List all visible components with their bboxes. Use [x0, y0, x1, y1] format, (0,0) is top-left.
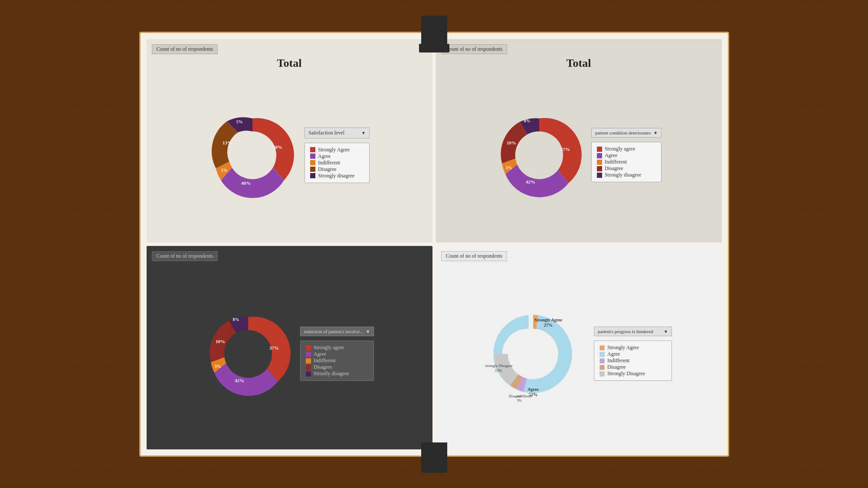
panel1-legend-container: Satisfaction level ▼ Strongly Agree Agre… — [305, 128, 370, 183]
panel4-legend-color-2 — [599, 352, 605, 357]
panel4-progress: Count of no of respondents — [436, 246, 722, 449]
panel3-legend-item-5: Stronlly disagree — [306, 370, 368, 377]
panel1-title: Total — [152, 57, 427, 70]
panel1-satisfaction: Count of no of respondents Total — [147, 39, 432, 242]
panel2-legend-item-4: Disagree — [597, 165, 656, 172]
panel3-legend-item-3: Indifferent — [306, 357, 368, 364]
panel3-legend-label-2: Agree — [314, 351, 326, 357]
panel4-legend-item-1: Strongly Agree — [599, 344, 666, 351]
legend-label-2: Agree — [318, 153, 331, 160]
panel4-body: Strongly Agree 27% Agree 52% Strongly Di… — [441, 264, 717, 444]
svg-text:8%: 8% — [524, 118, 530, 123]
panel2-legend-color-4 — [597, 166, 602, 171]
panel3-donut: 37% 42% 3% 10% 8% — [205, 311, 292, 397]
panel4-legend-item-3: Indifferent — [599, 357, 666, 364]
legend-item-1: Strongly Agree — [310, 147, 364, 153]
legend-label-3: Indifferent — [318, 160, 340, 166]
panel4-legend-color-5 — [599, 371, 605, 377]
panel2-legend-item-3: Indifferent — [597, 159, 656, 165]
svg-point-18 — [508, 329, 558, 379]
panel4-legend-label-3: Indifferent — [607, 357, 629, 364]
panel3-dropdown-arrow: ▼ — [366, 329, 370, 334]
panel4-legend-color-1 — [599, 345, 605, 350]
panel1-legend: Strongly Agree Agree Indifferent Disagre… — [305, 143, 370, 183]
panel4-legend: Strongly Agree Agree Indifferent Disagre… — [594, 341, 672, 381]
svg-point-12 — [224, 330, 272, 378]
svg-text:42%: 42% — [235, 378, 244, 383]
panel4-dropdown-label: patient's progress is hindered — [598, 329, 653, 334]
panel3-legend-color-5 — [306, 371, 311, 377]
panel2-legend-label-1: Strongly agree — [605, 146, 635, 152]
panel2-legend-item-5: Strongly disagree — [597, 172, 656, 178]
panel3-body: 37% 42% 3% 10% 8% reduction of patient's… — [152, 264, 427, 444]
panel1-donut-svg: 40% 40% 2% 13% 5% — [209, 112, 296, 199]
panel2-condition: Count of no of respondents Total — [436, 39, 722, 242]
panel4-dropdown[interactable]: patient's progress is hindered ▼ — [594, 327, 672, 336]
panel3-legend-container: reduction of patient's involve... ▼ Stro… — [300, 327, 374, 381]
panel4-donut: Strongly Agree 27% Agree 52% Strongly Di… — [485, 306, 581, 402]
panel2-legend-container: patient condition deteriorates ▼ Strongl… — [591, 128, 662, 182]
panel4-legend-color-4 — [599, 365, 605, 370]
panel2-legend-label-3: Indifferent — [605, 159, 627, 165]
svg-text:8%: 8% — [233, 317, 239, 322]
svg-text:10%: 10% — [216, 339, 225, 344]
panel2-dropdown-arrow: ▼ — [653, 131, 658, 135]
panel2-title: Total — [441, 57, 717, 70]
panel2-legend-label-5: Strongly disagree — [605, 172, 641, 178]
panel3-legend-item-4: Disagree — [306, 364, 368, 370]
legend-color-2 — [310, 154, 315, 159]
svg-text:3%: 3% — [517, 399, 522, 402]
panel2-legend-label-2: Agree — [605, 152, 617, 159]
panel3-legend-label-5: Stronlly disagree — [314, 370, 349, 377]
panel3-count-badge: Count of no of respondents — [152, 251, 218, 261]
panel2-body: 37% 42% 3% 10% 8% patient condition dete… — [441, 73, 717, 237]
panel4-legend-label-5: Strongly Disagree — [607, 370, 645, 377]
panel2-legend-color-2 — [597, 153, 602, 158]
panel4-legend-label-1: Strongly Agree — [607, 344, 639, 351]
svg-text:Strongly Disagree: Strongly Disagree — [485, 364, 513, 368]
legend-item-5: Strongly disagree — [310, 173, 364, 179]
svg-point-0 — [229, 131, 276, 179]
panel4-legend-item-5: Strongly Disagree — [599, 370, 666, 377]
panel2-donut: 37% 42% 3% 10% 8% — [496, 112, 583, 199]
panel1-dropdown-arrow: ▼ — [361, 131, 366, 135]
svg-point-6 — [515, 131, 563, 179]
panel2-count-badge: Count of no of respondents — [441, 44, 508, 54]
svg-text:37%: 37% — [560, 147, 570, 152]
svg-text:3%: 3% — [505, 165, 512, 170]
svg-text:10%: 10% — [507, 140, 516, 145]
panel3-legend-label-4: Disagree — [314, 364, 332, 370]
svg-text:37%: 37% — [269, 345, 279, 350]
panel2-legend-color-1 — [597, 147, 602, 152]
panel1-body: 40% 40% 2% 13% 5% Satisfaction level ▼ S… — [152, 73, 427, 237]
panel2-legend-color-5 — [597, 173, 602, 178]
panel4-legend-container: patient's progress is hindered ▼ Strongl… — [594, 327, 672, 381]
legend-label-5: Strongly disagree — [318, 173, 354, 179]
panel4-legend-label-2: Agree — [607, 351, 620, 357]
svg-text:Strongly Agree: Strongly Agree — [534, 318, 562, 322]
svg-text:27%: 27% — [544, 323, 553, 328]
svg-text:15%: 15% — [495, 368, 502, 373]
svg-text:40%: 40% — [241, 180, 251, 186]
panel2-dropdown[interactable]: patient condition deteriorates ▼ — [591, 128, 662, 138]
legend-color-4 — [310, 167, 315, 172]
panel3-dropdown-label: reduction of patient's involve... — [304, 329, 363, 334]
panel3-dropdown[interactable]: reduction of patient's involve... ▼ — [300, 327, 374, 336]
top-clip — [421, 16, 447, 46]
legend-color-5 — [310, 173, 315, 178]
svg-text:5%: 5% — [236, 119, 243, 124]
svg-text:13%: 13% — [223, 140, 232, 145]
panel2-legend-label-4: Disagree — [605, 165, 623, 172]
bottom-clip — [421, 442, 447, 473]
svg-text:42%: 42% — [526, 179, 535, 184]
panel1-dropdown[interactable]: Satisfaction level ▼ — [305, 128, 370, 138]
legend-label-4: Disagree — [318, 166, 337, 173]
panel1-count-badge: Count of no of respondents — [152, 44, 218, 54]
panel3-legend-color-3 — [306, 358, 311, 364]
panel4-legend-item-2: Agree — [599, 351, 666, 357]
panel3-reduction: Count of no of respondents 37% 42% 3% 10… — [147, 246, 432, 449]
legend-item-4: Disagree — [310, 166, 364, 173]
panel2-legend-item-1: Strongly agree — [597, 146, 656, 152]
legend-color-3 — [310, 160, 315, 165]
legend-item-2: Agree — [310, 153, 364, 160]
